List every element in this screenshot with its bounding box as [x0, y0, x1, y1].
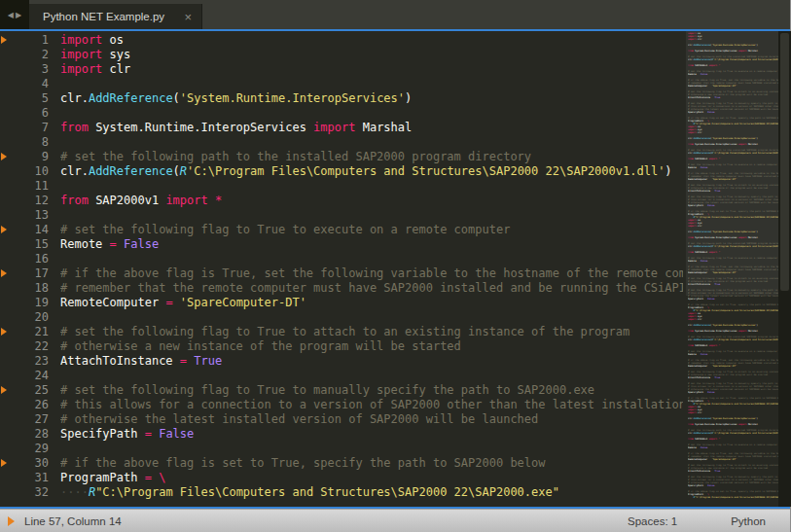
code-line[interactable] [60, 135, 683, 150]
line-number: 15 [0, 237, 49, 252]
code-line[interactable] [60, 208, 683, 223]
line-number: 22 [0, 339, 49, 354]
code-line[interactable]: from System.Runtime.InteropServices impo… [60, 121, 683, 135]
status-arrow-icon[interactable] [8, 516, 15, 526]
code-line[interactable] [60, 179, 683, 194]
code-line[interactable]: import clr [60, 62, 683, 77]
editor-window: ◀ ▶ Python NET Example.py × 123456789101… [0, 0, 791, 532]
line-number: 18 [0, 281, 49, 296]
line-number: 7 [0, 121, 49, 135]
tab-bar-empty-space [202, 4, 790, 29]
code-line[interactable]: # if the above flag is True, set the fol… [60, 266, 683, 281]
code-line[interactable] [60, 77, 683, 91]
line-number: 16 [0, 252, 49, 266]
code-line[interactable]: clr.AddReference(R'C:\Program Files\Comp… [60, 164, 683, 179]
line-number: 12 [0, 194, 49, 208]
line-number: 5 [0, 91, 49, 106]
tab-bar: ◀ ▶ Python NET Example.py × [0, 0, 790, 29]
line-number: 25 [0, 383, 49, 398]
tab-python-net-example[interactable]: Python NET Example.py × [29, 4, 202, 29]
code-line[interactable]: ProgramPath = \ [60, 471, 683, 485]
code-line[interactable]: # set the following flag to True to exec… [60, 223, 683, 237]
editor-area[interactable]: 1234567891011121314151617181920212223242… [0, 31, 791, 507]
code-line[interactable]: import sys [60, 48, 683, 62]
line-number: 4 [0, 77, 49, 91]
line-number: 10 [0, 164, 49, 179]
indentation-setting[interactable]: Spaces: 1 [628, 515, 677, 527]
line-number: 13 [0, 208, 49, 223]
code-line[interactable]: # otherwise the latest installed version… [60, 412, 683, 427]
code-line[interactable]: from SAP2000v1 import * [60, 194, 683, 208]
tab-scroll-buttons: ◀ ▶ [0, 0, 29, 29]
code-lines[interactable]: import osimport sysimport clrclr.AddRefe… [60, 33, 683, 502]
line-number: 30 [0, 456, 49, 471]
code-line[interactable]: # if the above flag is set to True, spec… [60, 456, 683, 471]
vertical-scrollbar[interactable] [778, 31, 791, 507]
gutter: 1234567891011121314151617181920212223242… [0, 33, 49, 500]
scroll-tabs-right-icon[interactable]: ▶ [16, 11, 21, 19]
tab-title: Python NET Example.py [43, 11, 164, 22]
code-line[interactable]: # remember that the remote computer must… [60, 281, 683, 296]
line-number: 23 [0, 354, 49, 369]
code-line[interactable]: # set the following flag to True to atta… [60, 325, 683, 339]
cursor-position[interactable]: Line 57, Column 14 [24, 515, 122, 527]
status-bar: Line 57, Column 14 Spaces: 1 Python [0, 509, 790, 532]
line-number: 26 [0, 398, 49, 412]
code-line[interactable]: Remote = False [60, 237, 683, 252]
code-line[interactable]: SpecifyPath = False [60, 427, 683, 442]
line-number: 28 [0, 427, 49, 442]
scroll-tabs-left-icon[interactable]: ◀ [8, 11, 14, 19]
line-number: 2 [0, 48, 49, 62]
close-tab-icon[interactable]: × [184, 11, 192, 23]
line-number: 27 [0, 412, 49, 427]
code-line[interactable]: AttachToInstance = True [60, 354, 683, 369]
line-number: 17 [0, 266, 49, 281]
line-number: 8 [0, 135, 49, 150]
line-number: 21 [0, 325, 49, 339]
code-line[interactable] [60, 369, 683, 383]
minimap-viewport[interactable] [686, 31, 778, 296]
code-line[interactable]: # set the following path to the installe… [60, 150, 683, 164]
line-number: 29 [0, 442, 49, 456]
line-number: 19 [0, 296, 49, 310]
minimap[interactable]: import osimport sysimport clrclr.AddRefe… [686, 31, 778, 507]
line-number: 24 [0, 369, 49, 383]
code-line[interactable]: import os [60, 33, 683, 48]
line-number: 11 [0, 179, 49, 194]
line-number: 31 [0, 471, 49, 485]
code-line[interactable] [60, 106, 683, 121]
line-number: 3 [0, 62, 49, 77]
code-line[interactable] [60, 442, 683, 456]
code-line[interactable]: # this allows for a connection to a vers… [60, 398, 683, 412]
line-number: 32 [0, 485, 49, 500]
code-line[interactable]: ····R"C:\Program Files\Computers and Str… [60, 485, 683, 500]
line-number: 9 [0, 150, 49, 164]
code-line[interactable]: RemoteComputer = 'SpareComputer-DT' [60, 296, 683, 310]
scrollbar-thumb[interactable] [780, 33, 789, 291]
line-number: 14 [0, 223, 49, 237]
code-line[interactable]: # otherwise a new instance of the progra… [60, 339, 683, 354]
line-number: 20 [0, 310, 49, 325]
code-line[interactable]: # set the following flag to True to manu… [60, 383, 683, 398]
syntax-language[interactable]: Python [731, 515, 766, 527]
line-number: 1 [0, 33, 49, 48]
code-line[interactable] [60, 310, 683, 325]
code-line[interactable]: clr.AddReference('System.Runtime.Interop… [60, 91, 683, 106]
line-number: 6 [0, 106, 49, 121]
code-line[interactable] [60, 252, 683, 266]
